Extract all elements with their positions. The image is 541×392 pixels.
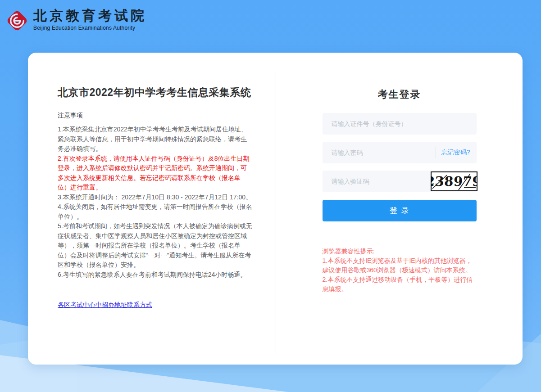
org-name-english: Beijing Education Examinations Authority [33,25,147,31]
id-number-input[interactable] [323,113,477,135]
notice-item-1: 1.本系统采集北京市2022年初中学考考生考前及考试期间居住地址、紧急联系人等信… [58,125,252,154]
page-background: 北京教育考试院 Beijing Education Examinations A… [0,0,541,392]
password-input[interactable] [323,142,436,163]
bjeea-logo-icon [5,9,29,32]
notice-item-6: 6.考生填写的紧急联系人要在考前和考试期间保持电话24小时畅通。 [58,270,252,280]
login-form: 忘记密码? 238979 登录 浏览器兼容性提示: 1.本系统不支持IE浏览器及… [323,113,477,294]
browser-tips-heading: 浏览器兼容性提示: [323,247,477,256]
notice-panel: 北京市2022年初中学考考生信息采集系统 注意事项 1.本系统采集北京市2022… [28,53,276,365]
notice-item-4: 4.系统关闭后，如有居住地址需变更，请第一时间报告所在学校（报名单位）。 [58,202,252,221]
site-header: 北京教育考试院 Beijing Education Examinations A… [5,8,147,32]
org-name-block: 北京教育考试院 Beijing Education Examinations A… [33,8,147,31]
login-button[interactable]: 登录 [323,200,477,221]
browser-tips-item-2: 2.本系统不支持通过移动设备（手机，平板等）进行信息填报。 [323,275,477,294]
notice-heading: 注意事项 [58,112,252,120]
notice-item-2: 2.首次登录本系统，请使用本人证件号码（身份证号）及8位出生日期登录，进入系统后… [58,154,252,193]
org-name-chinese: 北京教育考试院 [33,8,147,23]
password-row: 忘记密码? [323,142,477,163]
browser-tips: 浏览器兼容性提示: 1.本系统不支持IE浏览器及基于IE内核的其他浏览器，建议使… [323,247,477,294]
forgot-password-link[interactable]: 忘记密码? [436,149,477,157]
captcha-row: 238979 [323,171,477,192]
page-title: 北京市2022年初中学考考生信息采集系统 [58,86,252,99]
browser-tips-item-1: 1.本系统不支持IE浏览器及基于IE内核的其他浏览器，建议使用谷歌或360浏览器… [323,256,477,275]
notice-item-3: 3.本系统开通时间为： 2022年7月10日 8:30 - 2022年7月12日… [58,193,252,203]
district-contact-link[interactable]: 各区考试中心中招办地址联系方式 [58,301,152,309]
id-number-row [323,113,477,135]
login-title: 考生登录 [276,88,523,101]
login-card: 北京市2022年初中学考考生信息采集系统 注意事项 1.本系统采集北京市2022… [28,53,523,365]
notice-item-5: 5.考前和考试期间，如考生遇到突发情况（本人被确定为确诊病例或无症状感染者、集中… [58,221,252,270]
captcha-digits: 238979 [431,174,477,189]
notice-list: 1.本系统采集北京市2022年初中学考考生考前及考试期间居住地址、紧急联系人等信… [58,125,252,279]
login-panel: 考生登录 忘记密码? 238979 [276,53,523,365]
captcha-image[interactable]: 238979 [431,171,477,191]
